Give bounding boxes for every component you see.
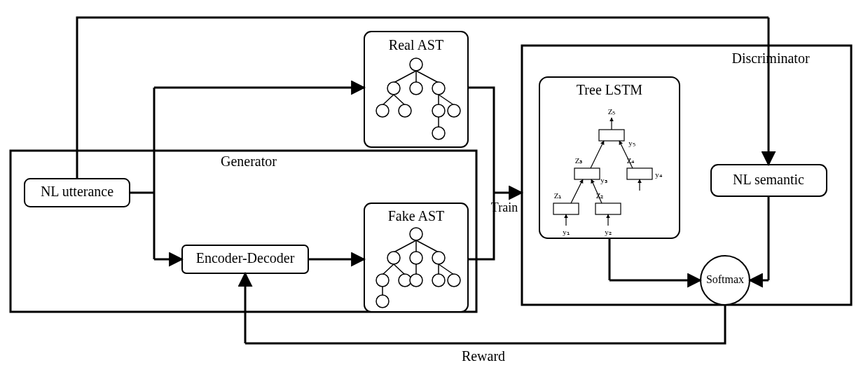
svg-point-13 [432,104,445,117]
svg-point-10 [399,104,411,117]
svg-text:y₅: y₅ [628,139,635,147]
svg-text:Z₄: Z₄ [627,156,635,165]
conn-reward-h [245,305,725,343]
svg-point-9 [376,104,389,117]
generator-label: Generator [221,153,277,169]
svg-rect-42 [627,168,652,179]
train-label: Train [491,200,518,214]
svg-text:y₂: y₂ [605,228,612,236]
svg-text:Z₅: Z₅ [608,107,616,116]
svg-point-17 [410,228,422,240]
svg-point-29 [410,274,422,287]
svg-text:y₃: y₃ [600,176,607,184]
svg-point-32 [432,274,445,287]
svg-point-35 [376,295,389,308]
svg-point-16 [432,127,445,139]
svg-point-23 [432,252,445,264]
svg-rect-48 [595,203,621,214]
reward-label: Reward [462,348,505,364]
conn-real-to-train [468,88,494,193]
tree-lstm-label: Tree LSTM [577,82,642,97]
svg-text:y₁: y₁ [563,228,570,236]
softmax-label: Softmax [706,273,744,285]
svg-rect-45 [553,203,579,214]
svg-point-4 [387,82,400,95]
svg-point-6 [432,82,445,95]
conn-fake-to-train [468,193,494,259]
svg-point-33 [448,274,460,287]
svg-point-21 [387,252,400,264]
encoder-decoder-label: Encoder-Decoder [196,250,295,266]
real-ast-label: Real AST [389,37,443,53]
svg-text:Z₃: Z₃ [575,156,583,165]
svg-point-14 [448,104,460,117]
nl-semantic-label: NL semantic [733,172,804,187]
svg-text:Z₁: Z₁ [554,191,562,200]
svg-point-0 [410,58,422,71]
svg-rect-36 [599,130,624,141]
svg-rect-39 [574,168,600,179]
nl-utterance-label: NL utterance [41,184,113,199]
fake-ast-label: Fake AST [388,208,445,224]
svg-point-26 [376,274,389,287]
svg-text:y₄: y₄ [655,170,663,179]
svg-point-22 [410,252,422,264]
svg-text:Z₂: Z₂ [596,191,604,200]
svg-point-5 [410,82,422,95]
discriminator-label: Discriminator [731,50,809,66]
